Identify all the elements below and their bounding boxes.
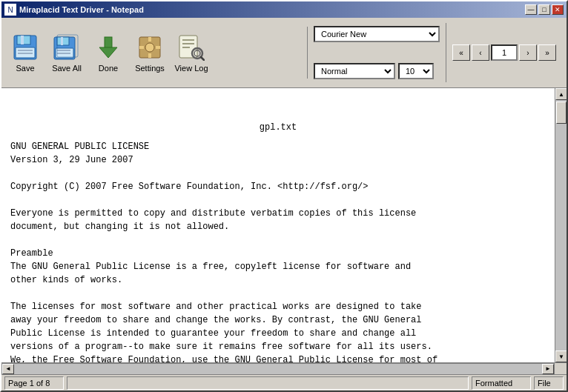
content-area: gpl.txtGNU GENERAL PUBLIC LICENSE Versio… xyxy=(1,88,567,362)
svg-rect-20 xyxy=(156,46,160,49)
style-size-row: Normal Bold Italic 8 9 10 11 12 xyxy=(314,63,440,79)
svg-rect-2 xyxy=(21,36,24,44)
text-editor[interactable]: gpl.txtGNU GENERAL PUBLIC LICENSE Versio… xyxy=(1,88,555,362)
title-bar: N Miraplacid Text Driver - Notepad — □ ✕ xyxy=(1,1,567,18)
toolbar: Save Save All xyxy=(1,18,567,88)
done-label: Done xyxy=(99,64,118,73)
save-icon xyxy=(10,33,40,62)
svg-marker-14 xyxy=(99,47,117,58)
svg-rect-18 xyxy=(148,53,151,58)
toolbar-right: Courier New Arial Times New Roman Normal… xyxy=(314,23,440,82)
close-button[interactable]: ✕ xyxy=(552,4,564,15)
nav-row: « ‹ › » xyxy=(452,44,556,61)
save-button[interactable]: Save xyxy=(6,23,44,82)
font-row: Courier New Arial Times New Roman xyxy=(314,26,440,42)
scroll-down-button[interactable]: ▼ xyxy=(555,351,567,362)
status-file: File xyxy=(534,376,564,390)
file-title: gpl.txt xyxy=(10,121,546,134)
main-window: N Miraplacid Text Driver - Notepad — □ ✕ xyxy=(0,0,568,392)
status-mid xyxy=(67,376,469,390)
svg-rect-4 xyxy=(18,50,33,51)
h-scroll-track[interactable] xyxy=(14,364,542,374)
svg-rect-5 xyxy=(18,53,33,54)
save-all-icon xyxy=(52,33,82,62)
vertical-scrollbar: ▲ ▼ xyxy=(555,88,567,362)
scroll-track[interactable] xyxy=(555,100,567,351)
document-content: GNU GENERAL PUBLIC LICENSE Version 3, 29… xyxy=(10,142,437,362)
scrollbar-corner xyxy=(555,363,567,375)
view-log-label: View Log xyxy=(174,64,208,73)
window-title: Miraplacid Text Driver - Notepad xyxy=(19,5,144,14)
toolbar-left: Save Save All xyxy=(6,23,301,82)
scroll-right-button[interactable]: ► xyxy=(542,364,554,374)
status-format: Formatted xyxy=(472,376,531,390)
scroll-left-button[interactable]: ◄ xyxy=(2,364,14,374)
last-page-button[interactable]: » xyxy=(538,44,556,61)
font-select[interactable]: Courier New Arial Times New Roman xyxy=(314,26,440,42)
view-log-icon xyxy=(176,33,206,62)
horizontal-scrollbar-area: ◄ ► xyxy=(1,362,567,374)
save-label: Save xyxy=(16,64,34,73)
first-page-button[interactable]: « xyxy=(452,44,470,61)
view-log-button[interactable]: View Log xyxy=(172,23,211,82)
title-buttons: — □ ✕ xyxy=(525,4,564,15)
navigation-panel: « ‹ › » xyxy=(446,23,562,82)
status-bar: Page 1 of 8 Formatted File xyxy=(1,374,567,391)
settings-icon xyxy=(135,33,165,62)
page-number-input[interactable] xyxy=(491,44,518,61)
style-select[interactable]: Normal Bold Italic xyxy=(314,63,395,79)
svg-rect-19 xyxy=(139,46,144,49)
svg-rect-10 xyxy=(57,50,70,51)
title-bar-left: N Miraplacid Text Driver - Notepad xyxy=(4,4,144,16)
done-button[interactable]: Done xyxy=(89,23,128,82)
minimize-button[interactable]: — xyxy=(525,4,537,15)
settings-label: Settings xyxy=(135,64,165,73)
prev-page-button[interactable]: ‹ xyxy=(472,44,489,61)
svg-point-16 xyxy=(145,43,154,52)
settings-button[interactable]: Settings xyxy=(131,23,169,82)
scroll-thumb[interactable] xyxy=(556,102,567,124)
svg-rect-11 xyxy=(57,53,70,54)
horizontal-scrollbar[interactable]: ◄ ► xyxy=(1,363,555,374)
scroll-up-button[interactable]: ▲ xyxy=(555,88,567,100)
maximize-button[interactable]: □ xyxy=(538,4,550,15)
svg-rect-17 xyxy=(148,37,151,41)
app-icon: N xyxy=(4,4,16,16)
save-all-label: Save All xyxy=(52,64,82,73)
status-page: Page 1 of 8 xyxy=(4,376,64,390)
next-page-button[interactable]: › xyxy=(519,44,537,61)
save-all-button[interactable]: Save All xyxy=(47,23,86,82)
size-select[interactable]: 8 9 10 11 12 xyxy=(398,63,434,79)
done-icon xyxy=(93,33,123,62)
toolbar-divider xyxy=(307,27,308,79)
svg-rect-8 xyxy=(61,37,63,45)
svg-line-27 xyxy=(201,57,204,60)
